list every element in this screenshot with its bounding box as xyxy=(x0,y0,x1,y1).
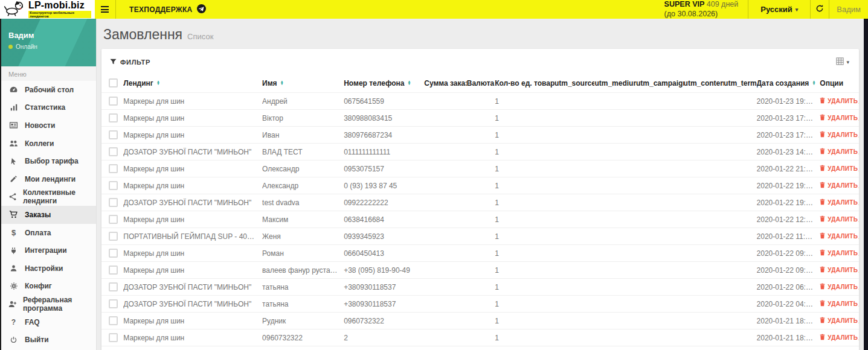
sidebar-item-dollar[interactable]: $Оплата xyxy=(0,224,96,242)
delete-button[interactable]: УДАЛИТЬ xyxy=(820,199,858,206)
cell-phone: 2 xyxy=(344,346,424,350)
cell-sum xyxy=(424,194,467,211)
row-checkbox[interactable] xyxy=(109,299,118,308)
language-selector[interactable]: Русский ▾ xyxy=(748,0,810,19)
delete-button[interactable]: УДАЛИТЬ xyxy=(820,148,858,156)
cell-options: УДАЛИТЬ xyxy=(820,262,859,279)
cell-phone: 0638416684 xyxy=(344,211,424,228)
sidebar-item-pencil[interactable]: Мои лендинги xyxy=(0,170,96,188)
sidebar-item-colleagues[interactable]: Коллеги xyxy=(0,135,96,153)
vertical-scrollbar[interactable] xyxy=(864,19,868,350)
row-checkbox[interactable] xyxy=(109,333,118,342)
sidebar-item-question[interactable]: ?FAQ xyxy=(0,313,96,331)
sidebar-item-share[interactable]: Коллективные лендинги xyxy=(0,188,96,206)
column-header[interactable]: Номер телефона▲▼ xyxy=(344,74,424,93)
support-label: ТЕХПОДДЕРЖКА xyxy=(129,5,193,14)
cell-utm_term xyxy=(724,93,756,110)
delete-button[interactable]: УДАЛИТЬ xyxy=(820,283,858,291)
sidebar-item-hand-pointer[interactable]: Выбор тарифа xyxy=(0,152,96,170)
cell-utm_campaign xyxy=(636,262,684,279)
refresh-button[interactable] xyxy=(811,0,829,19)
cell-phone: +380930118537 xyxy=(344,279,424,296)
cell-currency xyxy=(467,127,495,144)
row-checkbox[interactable] xyxy=(109,97,118,106)
logo[interactable]: LP-mobi.biz Конструктор мобильных лендин… xyxy=(0,0,95,19)
delete-button[interactable]: УДАЛИТЬ xyxy=(820,317,858,325)
support-link[interactable]: ТЕХПОДДЕРЖКА xyxy=(116,0,214,19)
column-header: utm_medium xyxy=(594,74,636,93)
delete-button[interactable]: УДАЛИТЬ xyxy=(820,266,858,274)
power-icon xyxy=(8,336,19,344)
delete-button[interactable]: УДАЛИТЬ xyxy=(820,300,858,308)
sidebar-item-cart[interactable]: Заказы xyxy=(0,206,96,224)
cell-name: Александр xyxy=(262,177,344,194)
news-icon xyxy=(8,121,19,130)
hamburger-menu-icon[interactable] xyxy=(101,0,109,19)
cell-name: Андрей xyxy=(262,93,344,110)
cell-name: Віктор xyxy=(262,110,344,127)
column-settings-button[interactable]: ▾ xyxy=(836,57,849,67)
delete-label: УДАЛИТЬ xyxy=(828,284,858,290)
cell-name: 0960732322 xyxy=(262,329,344,346)
sidebar-item-gears[interactable]: Конфиг xyxy=(0,278,96,296)
cell-options: УДАЛИТЬ xyxy=(820,296,859,313)
cell-phone: 0953075157 xyxy=(344,161,424,177)
row-checkbox[interactable] xyxy=(109,249,118,258)
filter-button[interactable]: ФИЛЬТР xyxy=(110,59,150,66)
delete-button[interactable]: УДАЛИТЬ xyxy=(820,97,858,105)
dashboard-icon xyxy=(8,85,19,94)
cell-utm_term xyxy=(724,110,756,127)
cell-utm_term xyxy=(724,296,756,313)
row-checkbox[interactable] xyxy=(109,130,118,139)
table-row: Маркеры для шинАлександр0 (93) 193 87 45… xyxy=(101,177,859,194)
cell-name: татьяна xyxy=(262,279,344,296)
column-header[interactable]: Дата создания▲▼ xyxy=(757,74,820,93)
sidebar-item-user[interactable]: Настройки xyxy=(0,259,96,278)
row-checkbox[interactable] xyxy=(109,282,118,291)
select-all-checkbox[interactable] xyxy=(109,78,118,88)
delete-button[interactable]: УДАЛИТЬ xyxy=(820,182,858,189)
table-body: Маркеры для шинАндрей067564155912020-01-… xyxy=(101,93,859,350)
header-username[interactable]: Вадим xyxy=(829,0,868,19)
cell-options: УДАЛИТЬ xyxy=(820,245,859,262)
user-profile: Вадим Онлайн xyxy=(0,19,96,66)
sidebar-item-news[interactable]: Новости xyxy=(0,116,96,135)
sidebar-item-dashboard[interactable]: Рабочий стол xyxy=(0,81,96,99)
column-header-label: Опции xyxy=(820,79,843,88)
row-checkbox[interactable] xyxy=(109,266,118,275)
table-header-row: Лендинг▲▼Имя▲▼Номер телефона▲▼Сумма зака… xyxy=(101,74,859,93)
delete-button[interactable]: УДАЛИТЬ xyxy=(820,114,858,122)
delete-button[interactable]: УДАЛИТЬ xyxy=(820,232,858,240)
row-checkbox[interactable] xyxy=(109,215,118,224)
row-checkbox[interactable] xyxy=(109,147,118,156)
hand-pointer-icon xyxy=(8,158,19,165)
row-checkbox[interactable] xyxy=(109,164,118,173)
sidebar-item-power[interactable]: Выйти xyxy=(0,331,96,349)
sidebar-item-user-plus[interactable]: Реферальная программа xyxy=(0,295,96,313)
row-checkbox[interactable] xyxy=(109,113,118,122)
sidebar-item-plug[interactable]: Интеграции xyxy=(0,241,96,259)
row-checkbox[interactable] xyxy=(109,181,118,190)
column-header[interactable]: Имя▲▼ xyxy=(262,74,344,93)
cell-utm_content xyxy=(684,245,724,262)
row-checkbox[interactable] xyxy=(109,198,118,207)
delete-button[interactable]: УДАЛИТЬ xyxy=(820,334,858,342)
row-checkbox[interactable] xyxy=(109,232,118,241)
cell-utm_source xyxy=(555,144,595,161)
sidebar-menu: Рабочий столСтатистикаНовостиКоллегиВыбо… xyxy=(0,81,96,349)
column-header[interactable]: Лендинг▲▼ xyxy=(123,74,262,93)
cell-created: 2020-01-23 19:12:43 xyxy=(757,93,820,110)
cell-utm_campaign xyxy=(636,346,684,350)
delete-button[interactable]: УДАЛИТЬ xyxy=(820,249,858,257)
delete-button[interactable]: УДАЛИТЬ xyxy=(820,215,858,223)
cell-utm_medium xyxy=(594,329,636,346)
trash-icon xyxy=(820,334,825,342)
dollar-icon: $ xyxy=(8,228,19,237)
cell-currency xyxy=(467,93,495,110)
cell-utm_term xyxy=(724,127,756,144)
delete-button[interactable]: УДАЛИТЬ xyxy=(820,131,858,139)
delete-label: УДАЛИТЬ xyxy=(828,132,858,138)
delete-button[interactable]: УДАЛИТЬ xyxy=(820,165,858,173)
row-checkbox[interactable] xyxy=(109,316,118,325)
sidebar-item-statistics[interactable]: Статистика xyxy=(0,99,96,117)
